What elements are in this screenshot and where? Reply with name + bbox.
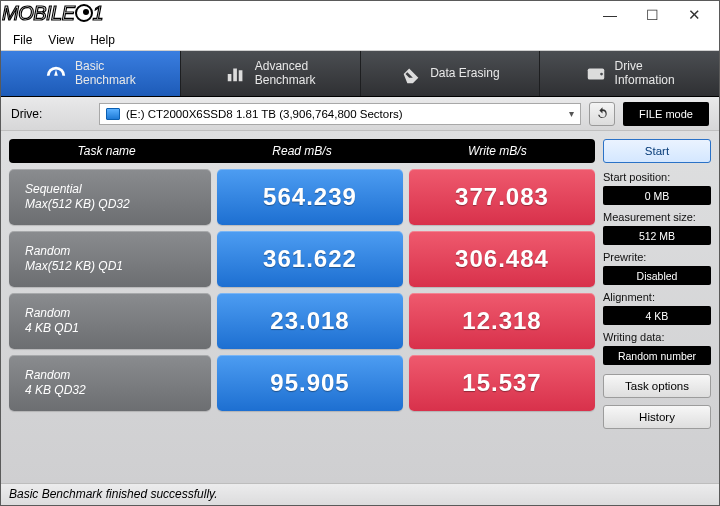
- tab-label: Drive Information: [615, 60, 675, 88]
- tab-advanced-benchmark[interactable]: Advanced Benchmark: [181, 51, 361, 96]
- result-row: Random4 KB QD32 95.905 15.537: [9, 355, 595, 411]
- start-position-label: Start position:: [603, 171, 711, 183]
- read-cell: 95.905: [217, 355, 403, 411]
- tab-basic-benchmark[interactable]: Basic Benchmark: [1, 51, 181, 96]
- tab-bar: Basic Benchmark Advanced Benchmark Data …: [1, 51, 719, 97]
- drive-select[interactable]: (E:) CT2000X6SSD8 1.81 TB (3,906,764,800…: [99, 103, 581, 125]
- result-row: SequentialMax(512 KB) QD32 564.239 377.0…: [9, 169, 595, 225]
- chevron-down-icon: ▾: [569, 108, 574, 119]
- tab-label: Advanced Benchmark: [255, 60, 316, 88]
- tab-label: Data Erasing: [430, 67, 499, 81]
- start-position-value[interactable]: 0 MB: [603, 186, 711, 205]
- writing-data-value[interactable]: Random number: [603, 346, 711, 365]
- drive-icon: [585, 63, 607, 85]
- measurement-size-value[interactable]: 512 MB: [603, 226, 711, 245]
- write-cell: 15.537: [409, 355, 595, 411]
- close-button[interactable]: ✕: [673, 3, 715, 27]
- read-cell: 23.018: [217, 293, 403, 349]
- menu-view[interactable]: View: [42, 31, 80, 49]
- write-cell: 306.484: [409, 231, 595, 287]
- minimize-button[interactable]: —: [589, 3, 631, 27]
- history-button[interactable]: History: [603, 405, 711, 429]
- window-titlebar: — ☐ ✕: [1, 1, 719, 29]
- gauge-icon: [45, 63, 67, 85]
- maximize-button[interactable]: ☐: [631, 3, 673, 27]
- status-bar: Basic Benchmark finished successfully.: [1, 483, 719, 505]
- writing-data-label: Writing data:: [603, 331, 711, 343]
- drive-value: (E:) CT2000X6SSD8 1.81 TB (3,906,764,800…: [126, 108, 403, 120]
- results-header: Task name Read mB/s Write mB/s: [9, 139, 595, 163]
- drive-toolbar: Drive: (E:) CT2000X6SSD8 1.81 TB (3,906,…: [1, 97, 719, 131]
- result-row: Random4 KB QD1 23.018 12.318: [9, 293, 595, 349]
- watermark-logo: MOBILE1: [2, 2, 103, 25]
- col-task: Task name: [9, 139, 204, 163]
- side-panel: Start Start position: 0 MB Measurement s…: [603, 139, 711, 479]
- tab-drive-information[interactable]: Drive Information: [540, 51, 719, 96]
- disk-icon: [106, 108, 120, 120]
- task-cell[interactable]: Random4 KB QD32: [9, 355, 211, 411]
- chart-icon: [225, 63, 247, 85]
- menu-help[interactable]: Help: [84, 31, 121, 49]
- alignment-label: Alignment:: [603, 291, 711, 303]
- tab-data-erasing[interactable]: Data Erasing: [361, 51, 541, 96]
- write-cell: 377.083: [409, 169, 595, 225]
- alignment-value[interactable]: 4 KB: [603, 306, 711, 325]
- menu-bar: File View Help: [1, 29, 719, 51]
- write-cell: 12.318: [409, 293, 595, 349]
- result-row: RandomMax(512 KB) QD1 361.622 306.484: [9, 231, 595, 287]
- start-button[interactable]: Start: [603, 139, 711, 163]
- refresh-button[interactable]: [589, 102, 615, 126]
- svg-point-1: [600, 72, 603, 75]
- measurement-size-label: Measurement size:: [603, 211, 711, 223]
- content-area: Task name Read mB/s Write mB/s Sequentia…: [1, 131, 719, 483]
- col-write: Write mB/s: [400, 139, 595, 163]
- task-cell[interactable]: Random4 KB QD1: [9, 293, 211, 349]
- col-read: Read mB/s: [204, 139, 399, 163]
- prewrite-label: Prewrite:: [603, 251, 711, 263]
- read-cell: 361.622: [217, 231, 403, 287]
- results-panel: Task name Read mB/s Write mB/s Sequentia…: [9, 139, 595, 479]
- drive-label: Drive:: [11, 107, 91, 121]
- tab-label: Basic Benchmark: [75, 60, 136, 88]
- read-cell: 564.239: [217, 169, 403, 225]
- app-window: — ☐ ✕ File View Help Basic Benchmark Adv…: [0, 0, 720, 506]
- refresh-icon: [595, 106, 610, 121]
- erase-icon: [400, 63, 422, 85]
- task-options-button[interactable]: Task options: [603, 374, 711, 398]
- menu-file[interactable]: File: [7, 31, 38, 49]
- file-mode-button[interactable]: FILE mode: [623, 102, 709, 126]
- task-cell[interactable]: SequentialMax(512 KB) QD32: [9, 169, 211, 225]
- prewrite-value[interactable]: Disabled: [603, 266, 711, 285]
- task-cell[interactable]: RandomMax(512 KB) QD1: [9, 231, 211, 287]
